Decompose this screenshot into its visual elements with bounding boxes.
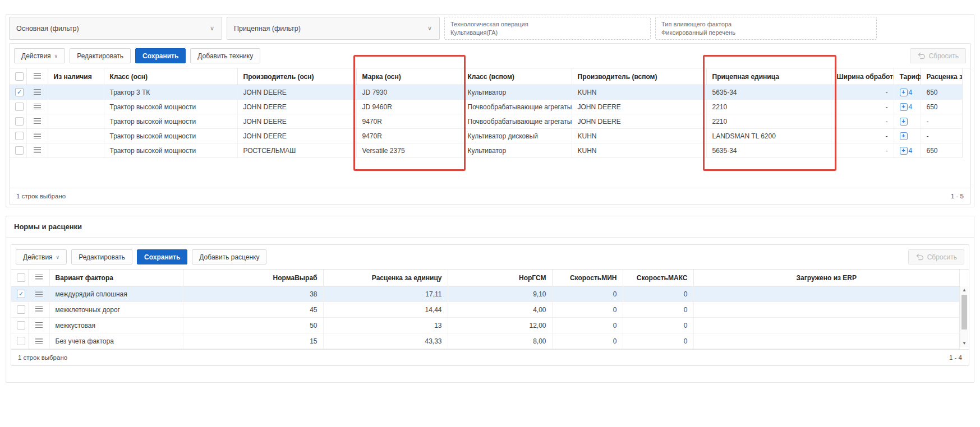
info-value: Фиксированный перечень	[661, 29, 871, 37]
table-row[interactable]: Трактор высокой мощности РОСТСЕЛЬМАШ Ver…	[10, 143, 963, 158]
page-title: Нормы и расценки	[6, 216, 974, 238]
tariff-add-icon[interactable]: +	[900, 89, 908, 96]
row-menu-icon[interactable]	[34, 89, 41, 95]
table-row[interactable]: Трактор высокой мощности JOHN DEERE JD 9…	[10, 100, 963, 114]
equipment-grid: Из наличия Класс (осн) Производитель (ос…	[10, 68, 970, 158]
row-checkbox[interactable]	[15, 146, 24, 155]
equipment-grid-footer: 1 строк выбрано 1 - 5	[10, 188, 970, 204]
row-menu-header	[28, 270, 49, 286]
row-menu-icon[interactable]	[35, 307, 43, 313]
chevron-down-icon: ∨	[56, 254, 60, 260]
row-menu-icon[interactable]	[35, 291, 43, 297]
row-checkbox[interactable]	[15, 117, 24, 126]
info-label: Тип влияющего фактора	[661, 20, 871, 29]
row-checkbox[interactable]	[17, 337, 25, 345]
column-header-rate-per-unit[interactable]: Расценка за единицу	[323, 270, 448, 286]
row-menu-icon[interactable]	[35, 322, 43, 328]
column-header-class-main[interactable]: Класс (осн)	[104, 68, 237, 85]
add-rate-button[interactable]: Добавить расценку	[192, 249, 266, 264]
column-header-manufacturer-main[interactable]: Производитель (осн)	[237, 68, 356, 85]
equipment-grid-panel: Действия ∨ Редактировать Сохранить Добав…	[9, 43, 971, 205]
reset-icon	[915, 253, 924, 261]
row-checkbox[interactable]	[17, 305, 25, 314]
row-menu-header	[26, 68, 48, 85]
table-row[interactable]: Трактор высокой мощности JOHN DEERE 9470…	[10, 114, 963, 129]
column-header-brand-main[interactable]: Марка (осн)	[356, 68, 462, 85]
row-menu-icon[interactable]	[34, 147, 41, 154]
info-label: Технологическая операция	[450, 20, 645, 29]
row-checkbox[interactable]: ✓	[17, 290, 25, 298]
table-row[interactable]: межклеточных дорог 45 14,44 4,00 0 0	[11, 302, 960, 318]
tariff-count: 4	[909, 103, 913, 111]
row-checkbox[interactable]	[15, 103, 24, 111]
table-row[interactable]: Трактор высокой мощности JOHN DEERE 9470…	[10, 129, 963, 143]
select-all-checkbox[interactable]	[15, 72, 24, 81]
checkmark-icon: ✓	[17, 89, 22, 95]
save-button[interactable]: Сохранить	[135, 48, 186, 63]
scrollbar-thumb[interactable]	[961, 295, 967, 329]
checkmark-icon: ✓	[19, 291, 24, 297]
pagination-range: 1 - 4	[949, 354, 962, 361]
primary-filter-select[interactable]: Основная (фильтр) ∨	[9, 17, 222, 40]
row-menu-icon[interactable]	[34, 133, 41, 139]
select-all-checkbox[interactable]	[17, 273, 25, 282]
primary-filter-value: Основная (фильтр)	[16, 25, 79, 33]
row-checkbox[interactable]	[17, 321, 25, 329]
edit-button[interactable]: Редактировать	[70, 48, 131, 63]
chevron-down-icon: ∨	[54, 53, 58, 59]
column-header-erp[interactable]: Загружено из ERP	[693, 270, 960, 286]
row-menu-icon[interactable]	[34, 104, 41, 110]
select-all-header[interactable]	[11, 270, 28, 286]
tariff-add-icon[interactable]: +	[900, 118, 908, 126]
actions-button[interactable]: Действия ∨	[16, 249, 67, 264]
equipment-toolbar: Действия ∨ Редактировать Сохранить Добав…	[10, 44, 970, 68]
row-checkbox[interactable]	[15, 132, 24, 140]
add-equipment-button[interactable]: Добавить технику	[190, 48, 260, 63]
column-header-norm[interactable]: НормаВыраб	[183, 270, 323, 286]
column-header-manufacturer-aux[interactable]: Производитель (вспом)	[572, 68, 706, 85]
rates-grid-footer: 1 строк выбрано 1 - 4	[11, 349, 969, 365]
column-header-class-aux[interactable]: Класс (вспом)	[462, 68, 572, 85]
tariff-count: 4	[909, 147, 913, 155]
edit-button[interactable]: Редактировать	[71, 249, 132, 264]
reset-icon	[917, 52, 926, 59]
grid-empty-space	[10, 158, 970, 188]
reset-button[interactable]: Сбросить	[908, 249, 964, 264]
scroll-up-icon[interactable]: ▲	[960, 287, 968, 293]
row-menu-icon[interactable]	[34, 118, 41, 124]
tariff-add-icon[interactable]: +	[900, 103, 908, 111]
vertical-scrollbar[interactable]: ▲ ▼	[960, 286, 968, 347]
actions-button[interactable]: Действия ∨	[14, 48, 65, 63]
column-header-trailer-unit[interactable]: Прицепная единица	[706, 68, 831, 85]
rates-grid-panel: Действия ∨ Редактировать Сохранить Добав…	[11, 244, 969, 366]
selected-rows-count: 1 строк выбрано	[18, 354, 67, 361]
table-row[interactable]: Без учета фактора 15 43,33 8,00 0 0	[11, 333, 960, 349]
column-header-norm-fuel[interactable]: НорГСМ	[448, 270, 552, 286]
trailer-filter-value: Прицепная (фильтр)	[234, 25, 301, 33]
tariff-add-icon[interactable]: +	[900, 147, 908, 155]
trailer-filter-select[interactable]: Прицепная (фильтр) ∨	[227, 17, 440, 40]
table-row[interactable]: ✓ Трактор 3 ТК JOHN DEERE JD 7930 Культи…	[10, 85, 963, 100]
row-checkbox[interactable]: ✓	[15, 88, 24, 96]
column-header-work-width[interactable]: Ширина обработки	[831, 68, 894, 85]
table-row[interactable]: межкустовая 50 13 12,00 0 0	[11, 318, 960, 333]
column-header-speed-min[interactable]: СкоростьМИН	[552, 270, 623, 286]
column-header-rate[interactable]: Расценка за	[921, 68, 963, 85]
filter-row: Основная (фильтр) ∨ Прицепная (фильтр) ∨…	[6, 15, 974, 42]
factor-type-info: Тип влияющего фактора Фиксированный пере…	[655, 17, 877, 40]
rates-region: Нормы и расценки Действия ∨ Редактироват…	[6, 216, 974, 383]
chevron-down-icon: ∨	[203, 17, 222, 39]
column-header-factor[interactable]: Вариант фактора	[49, 270, 183, 286]
reset-button[interactable]: Сбросить	[910, 48, 966, 63]
select-all-header[interactable]	[10, 68, 26, 85]
row-menu-icon[interactable]	[35, 338, 43, 344]
column-header-speed-max[interactable]: СкоростьМАКС	[623, 270, 693, 286]
tariff-add-icon[interactable]: +	[900, 132, 908, 140]
column-header-tariff[interactable]: Тарифн	[894, 68, 921, 85]
column-header-availability[interactable]: Из наличия	[48, 68, 104, 85]
row-menu-icon	[35, 275, 43, 281]
table-row[interactable]: ✓ междурядий сплошная 38 17,11 9,10 0 0	[11, 286, 960, 302]
scroll-down-icon[interactable]: ▼	[960, 341, 968, 346]
tariff-count: 4	[909, 89, 913, 96]
save-button[interactable]: Сохранить	[137, 249, 187, 264]
